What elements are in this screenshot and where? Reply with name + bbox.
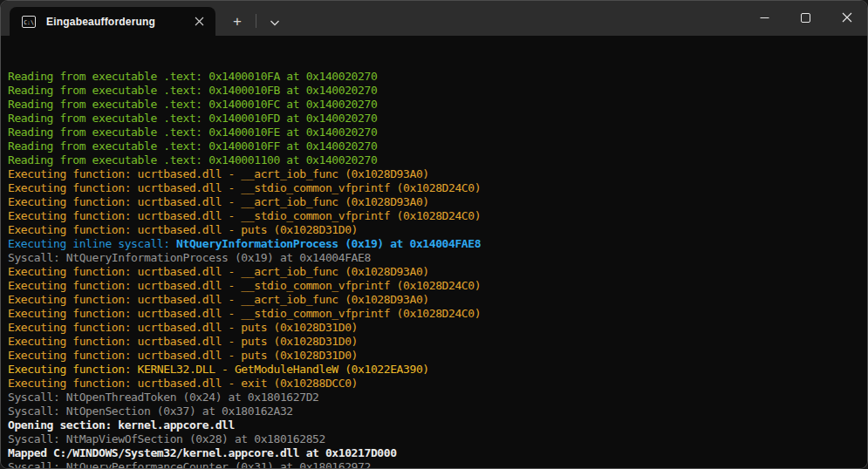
terminal-line: Executing function: ucrtbased.dll - __st… <box>8 209 867 223</box>
terminal-line: Syscall: NtOpenThreadToken (0x24) at 0x1… <box>8 391 867 404</box>
terminal-line: Reading from executable .text: 0x1400011… <box>8 153 867 167</box>
terminal-line: Executing function: ucrtbased.dll - puts… <box>8 349 867 363</box>
terminal-line: Reading from executable .text: 0x1400010… <box>8 126 867 139</box>
terminal-line: Mapped C:/WINDOWS/System32/kernel.appcor… <box>8 446 867 460</box>
plus-icon: + <box>233 13 242 31</box>
terminal-output: Reading from executable .text: 0x1400010… <box>8 70 867 469</box>
terminal-line: Executing function: ucrtbased.dll - puts… <box>8 223 867 237</box>
chevron-down-icon <box>270 14 280 30</box>
terminal-line: Executing function: ucrtbased.dll - puts… <box>8 321 867 335</box>
close-button[interactable] <box>826 1 867 36</box>
maximize-icon <box>801 10 810 26</box>
maximize-button[interactable] <box>785 1 826 36</box>
terminal-line: Executing function: ucrtbased.dll - __st… <box>8 307 867 321</box>
caption-buttons <box>744 1 867 36</box>
terminal-window: C:\ Eingabeaufforderung + <box>0 0 868 469</box>
svg-text:C:\: C:\ <box>24 18 34 25</box>
new-tab-button[interactable]: + <box>222 7 252 36</box>
terminal-line: Reading from executable .text: 0x1400010… <box>8 98 867 112</box>
terminal-line: Executing function: KERNEL32.DLL - GetMo… <box>8 363 867 377</box>
close-icon <box>842 10 852 26</box>
terminal-line: Reading from executable .text: 0x1400010… <box>8 139 867 153</box>
command-prompt-icon: C:\ <box>22 16 36 28</box>
minimize-button[interactable] <box>744 1 785 36</box>
terminal-line: Executing function: ucrtbased.dll - exit… <box>8 377 867 391</box>
terminal-line: Executing function: ucrtbased.dll - puts… <box>8 335 867 349</box>
terminal-line: Reading from executable .text: 0x1400010… <box>8 112 867 126</box>
terminal-line: Executing inline syscall: NtQueryInforma… <box>8 237 867 251</box>
tab-title: Eingabeaufforderung <box>46 16 189 28</box>
terminal-line: Syscall: NtQueryPerformanceCounter (0x31… <box>8 460 867 469</box>
terminal-line: Syscall: NtOpenSection (0x37) at 0x18016… <box>8 404 867 418</box>
terminal-line: Executing function: ucrtbased.dll - __ac… <box>8 293 867 307</box>
tab-dropdown-button[interactable] <box>260 7 290 36</box>
terminal-line: Syscall: NtMapViewOfSection (0x28) at 0x… <box>8 432 867 446</box>
terminal-line: Reading from executable .text: 0x1400010… <box>8 84 867 98</box>
terminal-line: Executing function: ucrtbased.dll - __ac… <box>8 265 867 279</box>
terminal-line: Executing function: ucrtbased.dll - __ac… <box>8 167 867 181</box>
tab-eingabeaufforderung[interactable]: C:\ Eingabeaufforderung <box>10 7 215 36</box>
titlebar[interactable]: C:\ Eingabeaufforderung + <box>1 1 867 36</box>
terminal-line: Syscall: NtQueryInformationProcess (0x19… <box>8 251 867 265</box>
terminal-line: Reading from executable .text: 0x1400010… <box>8 70 867 84</box>
minimize-icon <box>760 10 769 26</box>
terminal-line: Executing function: ucrtbased.dll - __ac… <box>8 195 867 209</box>
terminal-line: Opening section: kernel.appcore.dll <box>8 418 867 432</box>
tab-close-icon[interactable] <box>189 12 208 31</box>
terminal-line: Executing function: ucrtbased.dll - __st… <box>8 181 867 195</box>
tab-strip-divider <box>256 14 256 28</box>
terminal-line: Executing function: ucrtbased.dll - __st… <box>8 279 867 293</box>
terminal-viewport[interactable]: Reading from executable .text: 0x1400010… <box>1 36 867 469</box>
